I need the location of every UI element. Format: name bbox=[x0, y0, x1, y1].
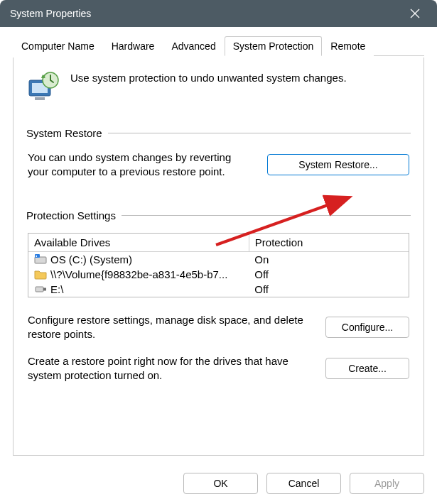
intro-text: Use system protection to undo unwanted s… bbox=[70, 70, 347, 84]
divider bbox=[122, 215, 411, 216]
dialog-button-bar: OK Cancel Apply bbox=[0, 464, 437, 504]
configure-row: Configure restore settings, manage disk … bbox=[26, 313, 411, 342]
os-drive-icon bbox=[34, 253, 47, 265]
svg-rect-4 bbox=[35, 97, 45, 100]
table-row[interactable]: E:\ Off bbox=[28, 282, 409, 297]
system-restore-button[interactable]: System Restore... bbox=[267, 154, 409, 175]
cancel-button[interactable]: Cancel bbox=[266, 473, 341, 494]
drives-table: Available Drives Protection bbox=[28, 234, 409, 297]
create-text: Create a restore point right now for the… bbox=[28, 354, 313, 383]
folder-icon bbox=[34, 268, 47, 280]
system-restore-group-label: System Restore bbox=[26, 127, 411, 139]
content-area: Computer Name Hardware Advanced System P… bbox=[0, 27, 437, 464]
configure-button[interactable]: Configure... bbox=[325, 317, 409, 338]
divider bbox=[108, 133, 411, 133]
tab-system-protection[interactable]: System Protection bbox=[225, 36, 323, 56]
drive-label: \\?\Volume{f98832be-a831-4e5b-b7... bbox=[50, 268, 227, 280]
close-icon[interactable] bbox=[403, 1, 427, 26]
svg-rect-13 bbox=[43, 288, 46, 291]
tab-computer-name[interactable]: Computer Name bbox=[13, 36, 103, 56]
tab-remote[interactable]: Remote bbox=[322, 36, 374, 56]
configure-text: Configure restore settings, manage disk … bbox=[28, 313, 313, 342]
table-header-protection[interactable]: Protection bbox=[249, 234, 409, 252]
protection-settings-group-title: Protection Settings bbox=[26, 209, 116, 221]
system-protection-icon bbox=[26, 70, 60, 104]
table-header-drives[interactable]: Available Drives bbox=[28, 234, 249, 252]
create-row: Create a restore point right now for the… bbox=[26, 354, 411, 383]
drives-table-wrap: Available Drives Protection bbox=[28, 233, 409, 297]
tab-advanced[interactable]: Advanced bbox=[163, 36, 224, 56]
drive-label: OS (C:) (System) bbox=[50, 253, 132, 265]
apply-button[interactable]: Apply bbox=[350, 473, 424, 494]
tab-hardware[interactable]: Hardware bbox=[103, 36, 163, 56]
table-row[interactable]: \\?\Volume{f98832be-a831-4e5b-b7... Off bbox=[28, 267, 409, 282]
svg-rect-9 bbox=[35, 254, 40, 258]
protection-value: Off bbox=[249, 267, 409, 282]
system-properties-window: System Properties Computer Name Hardware… bbox=[0, 0, 437, 504]
table-row[interactable]: OS (C:) (System) On bbox=[28, 251, 409, 267]
usb-drive-icon bbox=[34, 283, 47, 295]
window-title: System Properties bbox=[10, 8, 91, 19]
protection-value: On bbox=[249, 251, 409, 267]
create-button[interactable]: Create... bbox=[325, 358, 409, 379]
svg-rect-11 bbox=[36, 256, 38, 257]
titlebar: System Properties bbox=[0, 0, 437, 27]
protection-value: Off bbox=[249, 282, 409, 297]
protection-settings-group-label: Protection Settings bbox=[26, 209, 411, 221]
svg-rect-10 bbox=[36, 256, 38, 256]
system-restore-group-title: System Restore bbox=[26, 127, 102, 139]
drive-label: E:\ bbox=[50, 283, 63, 295]
ok-button[interactable]: OK bbox=[183, 473, 258, 494]
svg-rect-12 bbox=[36, 287, 43, 292]
system-protection-panel: Use system protection to undo unwanted s… bbox=[13, 57, 424, 456]
svg-rect-8 bbox=[35, 257, 46, 263]
system-restore-row: You can undo system changes by reverting… bbox=[26, 150, 411, 180]
intro-row: Use system protection to undo unwanted s… bbox=[26, 70, 411, 104]
system-restore-text: You can undo system changes by reverting… bbox=[28, 150, 254, 180]
tab-bar: Computer Name Hardware Advanced System P… bbox=[13, 35, 424, 56]
